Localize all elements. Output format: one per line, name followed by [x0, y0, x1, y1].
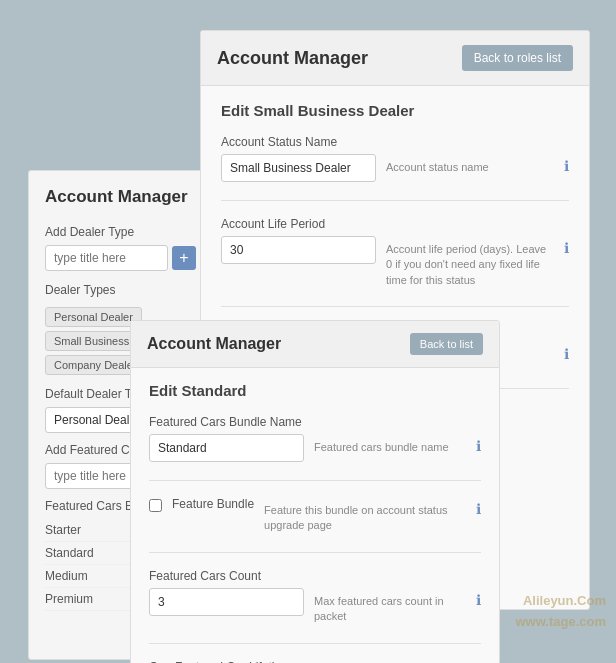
feature-bundle-checkbox[interactable]	[149, 499, 162, 512]
divider-s3	[149, 643, 481, 644]
featured-cars-count-input-wrap	[149, 588, 304, 616]
account-status-name-group: Account Status Name Account status name …	[221, 135, 569, 182]
account-life-period-row: Account life period (days). Leave 0 if y…	[221, 236, 569, 288]
feature-bundle-checkbox-row: Feature Bundle	[149, 497, 254, 516]
account-status-name-row: Account status name ℹ	[221, 154, 569, 182]
account-life-period-label: Account Life Period	[221, 217, 569, 231]
watermark: Alileyun.Com www.tage.com	[515, 591, 606, 633]
feature-bundle-hint: Feature this bundle on account status up…	[264, 497, 466, 534]
second-panel-header: Account Manager Back to list	[131, 321, 499, 368]
account-status-name-input-wrap	[221, 154, 376, 182]
featured-cars-count-info-icon: ℹ	[476, 592, 481, 608]
featured-cars-count-label: Featured Cars Count	[149, 569, 481, 583]
edit-section-title: Edit Small Business Dealer	[221, 102, 569, 119]
featured-bundle-name-hint: Featured cars bundle name	[314, 434, 466, 455]
featured-bundle-name-input-wrap	[149, 434, 304, 462]
dealer-types-label: Dealer Types	[45, 283, 196, 297]
account-life-period-input[interactable]	[221, 236, 376, 264]
divider-1	[221, 200, 569, 201]
one-featured-car-lifetime-group: One Featured Car Lifetime One featured c…	[149, 660, 481, 663]
featured-bundle-name-row: Featured cars bundle name ℹ	[149, 434, 481, 462]
featured-bundle-name-label: Featured Cars Bundle Name	[149, 415, 481, 429]
account-status-name-input[interactable]	[221, 154, 376, 182]
add-dealer-type-row: +	[45, 245, 196, 271]
add-dealer-type-input[interactable]	[45, 245, 168, 271]
featured-bundle-name-info-icon: ℹ	[476, 438, 481, 454]
second-panel-title: Account Manager	[147, 335, 281, 353]
featured-bundle-name-group: Featured Cars Bundle Name Featured cars …	[149, 415, 481, 462]
second-panel-body: Edit Standard Featured Cars Bundle Name …	[131, 368, 499, 663]
account-life-period-hint: Account life period (days). Leave 0 if y…	[386, 236, 554, 288]
feature-bundle-row: Feature Bundle Feature this bundle on ac…	[149, 497, 481, 534]
featured-cars-count-group: Featured Cars Count Max featured cars co…	[149, 569, 481, 625]
account-status-name-label: Account Status Name	[221, 135, 569, 149]
feature-bundle-label: Feature Bundle	[172, 497, 254, 511]
feature-bundle-info-icon: ℹ	[476, 501, 481, 517]
featured-cars-count-row: Max featured cars count in packet ℹ	[149, 588, 481, 625]
account-price-info-icon: ℹ	[564, 346, 569, 362]
second-panel: Account Manager Back to list Edit Standa…	[130, 320, 500, 663]
divider-2	[221, 306, 569, 307]
featured-bundle-name-input[interactable]	[149, 434, 304, 462]
account-status-name-hint: Account status name	[386, 154, 554, 175]
add-dealer-type-button[interactable]: +	[172, 246, 196, 270]
featured-cars-count-input[interactable]	[149, 588, 304, 616]
divider-s1	[149, 480, 481, 481]
watermark-line2: www.tage.com	[515, 612, 606, 633]
divider-s2	[149, 552, 481, 553]
back-to-list-button[interactable]: Back to list	[410, 333, 483, 355]
account-life-period-input-wrap	[221, 236, 376, 264]
account-life-period-info-icon: ℹ	[564, 240, 569, 256]
account-status-name-info-icon: ℹ	[564, 158, 569, 174]
account-life-period-group: Account Life Period Account life period …	[221, 217, 569, 288]
one-featured-car-lifetime-label: One Featured Car Lifetime	[149, 660, 481, 663]
back-to-roles-button[interactable]: Back to roles list	[462, 45, 573, 71]
watermark-line1: Alileyun.Com	[515, 591, 606, 612]
featured-cars-count-hint: Max featured cars count in packet	[314, 588, 466, 625]
main-panel-header: Account Manager Back to roles list	[201, 31, 589, 86]
add-dealer-type-label: Add Dealer Type	[45, 225, 196, 239]
main-panel-title: Account Manager	[217, 48, 368, 69]
feature-bundle-group: Feature Bundle Feature this bundle on ac…	[149, 497, 481, 534]
dealer-tag-personal[interactable]: Personal Dealer	[45, 307, 142, 327]
bg-panel-title: Account Manager	[45, 187, 196, 207]
second-edit-section-title: Edit Standard	[149, 382, 481, 399]
